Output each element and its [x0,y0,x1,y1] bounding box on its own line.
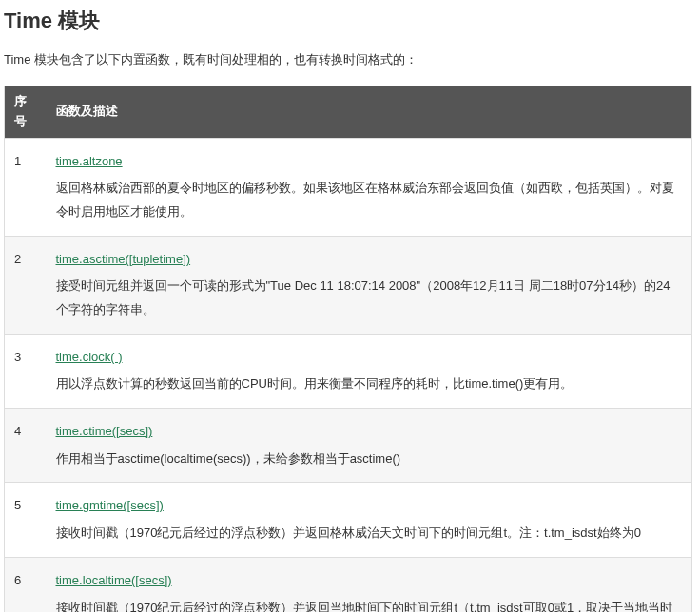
fn-link[interactable]: time.gmtime([secs]) [56,498,164,512]
fn-link[interactable]: time.clock( ) [56,350,123,364]
page-title: Time 模块 [4,4,692,37]
row-index: 4 [5,409,47,483]
fn-link[interactable]: time.asctime([tupletime]) [56,252,191,266]
fn-desc: 作用相当于asctime(localtime(secs))，未给参数相当于asc… [56,451,401,466]
fn-desc: 返回格林威治西部的夏令时地区的偏移秒数。如果该地区在格林威治东部会返回负值（如西… [56,181,674,219]
fn-desc: 接收时间戳（1970纪元后经过的浮点秒数）并返回格林威治天文时间下的时间元组t。… [56,526,641,540]
fn-desc: 用以浮点数计算的秒数返回当前的CPU时间。用来衡量不同程序的耗时，比time.t… [56,376,574,391]
fn-link[interactable]: time.ctime([secs]) [56,424,153,438]
table-row: 1 time.altzone 返回格林威治西部的夏令时地区的偏移秒数。如果该地区… [5,138,692,236]
row-index: 6 [5,557,47,612]
row-index: 3 [5,334,47,408]
row-index: 2 [5,236,47,334]
fn-desc: 接收时间戳（1970纪元后经过的浮点秒数）并返回当地时间下的时间元组t（t.tm… [56,601,673,612]
table-row: 2 time.asctime([tupletime]) 接受时间元组并返回一个可… [5,236,692,334]
table-row: 4 time.ctime([secs]) 作用相当于asctime(localt… [5,409,692,483]
fn-link[interactable]: time.localtime([secs]) [56,573,172,587]
fn-link[interactable]: time.altzone [56,154,123,168]
intro-text: Time 模块包含了以下内置函数，既有时间处理相的，也有转换时间格式的： [4,50,692,70]
table-row: 5 time.gmtime([secs]) 接收时间戳（1970纪元后经过的浮点… [5,483,692,557]
table-row: 6 time.localtime([secs]) 接收时间戳（1970纪元后经过… [5,557,692,612]
col-header-index: 序号 [5,86,47,138]
row-index: 1 [5,138,47,236]
functions-table: 序号 函数及描述 1 time.altzone 返回格林威治西部的夏令时地区的偏… [4,86,692,612]
fn-desc: 接受时间元组并返回一个可读的形式为"Tue Dec 11 18:07:14 20… [56,278,671,316]
col-header-desc: 函数及描述 [47,86,692,138]
table-row: 3 time.clock( ) 用以浮点数计算的秒数返回当前的CPU时间。用来衡… [5,334,692,408]
row-index: 5 [5,483,47,557]
